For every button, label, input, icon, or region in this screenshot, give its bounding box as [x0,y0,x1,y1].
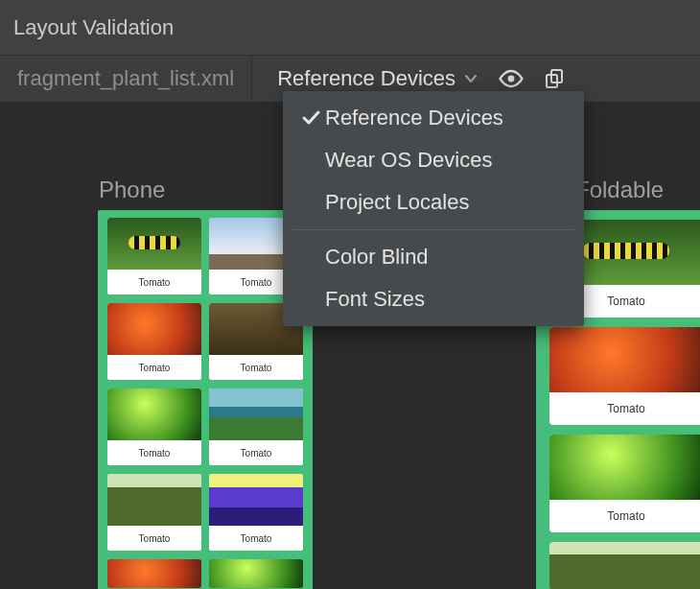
popup-separator [292,229,574,230]
file-name-label: fragment_plant_list.xml [17,66,234,91]
chevron-down-icon [463,71,478,86]
popup-item-label: Wear OS Devices [325,148,492,173]
popup-item-color-blind[interactable]: Color Blind [283,236,584,278]
device-label-foldable: Foldable [575,177,664,203]
validation-mode-dropdown[interactable]: Reference Devices [277,66,478,91]
thumbnail [107,474,201,526]
phone-grid: Tomato Tomato Tomato Tomato Tomato Tomat… [98,218,313,588]
phone-preview[interactable]: Tomato Tomato Tomato Tomato Tomato Tomat… [98,210,313,589]
thumbnail [107,303,201,355]
popup-item-label: Project Locales [325,190,469,215]
list-item[interactable]: Tomato [107,389,201,465]
list-item[interactable] [209,559,303,588]
popup-item-label: Color Blind [325,245,429,270]
thumbnail [549,542,700,589]
device-label-phone: Phone [99,177,165,203]
popup-item-wear-os[interactable]: Wear OS Devices [283,139,584,181]
card-caption: Tomato [107,270,201,294]
popup-item-label: Font Sizes [325,287,425,312]
list-item[interactable]: Tomato [209,389,303,465]
list-item[interactable] [107,559,201,588]
svg-point-0 [508,76,515,82]
card-caption: Tomato [107,440,201,465]
thumbnail [209,474,303,526]
thumbnail [107,559,201,588]
check-icon [296,107,325,129]
thumbnail [209,389,303,440]
card-caption: Tomato [549,500,700,532]
thumbnail [107,389,201,440]
popup-item-font-sizes[interactable]: Font Sizes [283,278,584,320]
card-caption: Tomato [209,526,303,551]
popup-item-label: Reference Devices [325,106,503,130]
panel-title: Layout Validation [13,15,174,40]
popup-item-project-locales[interactable]: Project Locales [283,181,584,224]
validation-mode-popup: Reference Devices Wear OS Devices Projec… [283,91,584,326]
thumbnail [107,218,201,270]
popup-item-reference-devices[interactable]: Reference Devices [283,97,584,139]
card-caption: Tomato [107,355,201,380]
card-caption: Tomato [107,526,201,551]
thumbnail [549,435,700,500]
list-item[interactable]: Tomato [107,218,201,294]
panel-title-bar: Layout Validation [0,0,700,56]
list-item[interactable]: Tomato [549,435,700,532]
copy-stack-icon[interactable] [544,68,567,89]
thumbnail [549,327,700,392]
list-item[interactable]: Tomato [107,303,201,380]
list-item[interactable]: Tomato [549,327,700,425]
list-item[interactable]: Tomato [209,474,303,551]
file-tab[interactable]: fragment_plant_list.xml [0,56,252,102]
list-item[interactable] [549,542,700,589]
thumbnail [209,559,303,588]
dropdown-label: Reference Devices [277,66,455,91]
list-item[interactable]: Tomato [107,474,201,551]
visibility-icon[interactable] [498,69,525,88]
card-caption: Tomato [209,355,303,380]
card-caption: Tomato [209,440,303,465]
card-caption: Tomato [549,392,700,425]
